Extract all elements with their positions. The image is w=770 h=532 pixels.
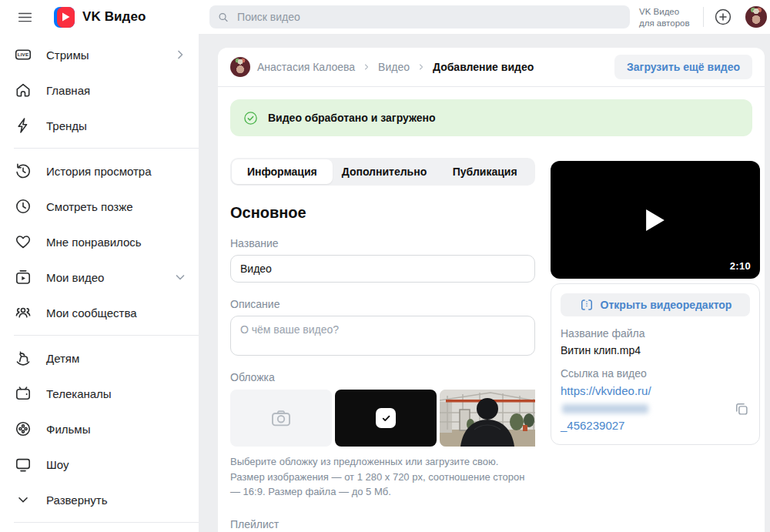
- file-name-label: Название файла: [561, 327, 750, 340]
- shell: LIVE Стримы Главная Тренды История просм…: [0, 34, 770, 532]
- sidebar-item-expand[interactable]: Развернуть: [0, 482, 199, 517]
- main-area: Анастасия Калоева Видео Добавление видео…: [199, 34, 770, 532]
- form-column: Информация Дополнительно Публикация Осно…: [230, 158, 535, 532]
- live-icon: LIVE: [14, 45, 32, 64]
- sidebar-item-label: Смотреть позже: [46, 200, 133, 213]
- svg-text:LIVE: LIVE: [18, 52, 29, 57]
- sidebar-item-my-communities[interactable]: Мои сообщества: [0, 295, 199, 330]
- video-player[interactable]: 2:10: [551, 161, 760, 279]
- tab-information[interactable]: Информация: [232, 159, 333, 184]
- cover-frame-tile[interactable]: [440, 390, 535, 447]
- success-banner: Видео обработано и загружено: [230, 99, 752, 136]
- checkbox-checked-icon: [376, 408, 396, 428]
- video-link-label: Ссылка на видео: [561, 367, 750, 380]
- monitor-icon: [14, 455, 32, 473]
- topbar-divider: [703, 7, 704, 27]
- card-header: Анастасия Калоева Видео Добавление видео…: [218, 48, 765, 87]
- breadcrumb: Анастасия Калоева Видео Добавление видео: [230, 57, 534, 77]
- sidebar-item-label: Главная: [46, 84, 90, 97]
- add-circle-icon: [713, 7, 733, 27]
- search-input[interactable]: [236, 10, 622, 24]
- sidebar-item-label: Мне понравилось: [46, 236, 142, 249]
- search-bar[interactable]: [209, 5, 630, 28]
- rocking-horse-icon: [14, 349, 32, 367]
- sidebar-divider: [14, 522, 199, 523]
- breadcrumb-user-avatar[interactable]: [230, 57, 250, 77]
- chevron-right-icon: [417, 62, 426, 72]
- success-banner-text: Видео обработано и загружено: [268, 112, 436, 124]
- sidebar-divider: [14, 148, 199, 149]
- breadcrumb-user[interactable]: Анастасия Калоева: [257, 61, 355, 73]
- sidebar-item-kids[interactable]: Детям: [0, 340, 199, 376]
- file-name-value: Витин клип.mp4: [561, 344, 750, 356]
- description-input[interactable]: [230, 316, 535, 356]
- hamburger-icon: [17, 9, 33, 25]
- sidebar-item-liked[interactable]: Мне понравилось: [0, 224, 199, 259]
- copy-link-button[interactable]: [733, 400, 750, 417]
- sidebar-item-streams[interactable]: LIVE Стримы: [0, 37, 199, 72]
- cover-selected-tile[interactable]: [335, 390, 437, 447]
- sidebar-item-label: Мои сообщества: [46, 306, 137, 320]
- vk-video-app: VK Видео VK Видео для авторов LIVE Стрим…: [0, 0, 770, 532]
- tv-icon: [14, 384, 32, 403]
- lightning-icon: [14, 116, 32, 135]
- add-circle-button[interactable]: [713, 7, 733, 27]
- sidebar: LIVE Стримы Главная Тренды История просм…: [0, 34, 199, 532]
- video-link[interactable]: https://vkvideo.ru/ _456239027: [561, 383, 727, 435]
- cover-upload-tile[interactable]: [230, 390, 332, 447]
- sidebar-item-label: Развернуть: [46, 494, 108, 507]
- sidebar-item-watch-later[interactable]: Смотреть позже: [0, 189, 199, 224]
- vk-video-for-authors-link[interactable]: VK Видео для авторов: [639, 6, 690, 28]
- profile-avatar[interactable]: [745, 6, 767, 28]
- title-field-label: Название: [230, 237, 535, 249]
- cover-field-label: Обложка: [230, 371, 535, 383]
- vk-video-logo[interactable]: VK Видео: [54, 7, 146, 28]
- copy-icon: [733, 400, 750, 417]
- playlist-field-label: Плейлист: [230, 518, 535, 530]
- sidebar-item-movies[interactable]: Фильмы: [0, 411, 199, 447]
- video-duration: 2:10: [730, 260, 751, 272]
- clock-icon: [14, 197, 32, 216]
- video-frame-thumbnail: [440, 390, 535, 447]
- home-icon: [14, 81, 32, 99]
- search-icon: [217, 11, 229, 24]
- content: Информация Дополнительно Публикация Осно…: [218, 136, 765, 532]
- logo-text: VK Видео: [82, 9, 146, 25]
- sidebar-item-label: Тренды: [46, 119, 87, 132]
- sidebar-item-label: Детям: [46, 352, 79, 365]
- section-title: Основное: [230, 204, 535, 222]
- upload-card: Анастасия Калоева Видео Добавление видео…: [218, 48, 765, 532]
- video-link-row: https://vkvideo.ru/ _456239027: [561, 383, 750, 435]
- breadcrumb-current: Добавление видео: [433, 61, 534, 73]
- description-field-label: Описание: [230, 298, 535, 310]
- video-panel: 2:10 Открыть видеоредактор Название файл…: [551, 158, 760, 532]
- topbar: VK Видео VK Видео для авторов: [0, 0, 770, 34]
- open-video-editor-label: Открыть видеоредактор: [601, 299, 732, 311]
- sidebar-item-trends[interactable]: Тренды: [0, 108, 199, 143]
- upload-more-button[interactable]: Загрузить ещё видео: [614, 55, 752, 79]
- tab-additional[interactable]: Дополнительно: [334, 158, 435, 186]
- breadcrumb-video[interactable]: Видео: [378, 61, 410, 73]
- open-video-editor-button[interactable]: Открыть видеоредактор: [561, 293, 750, 316]
- title-input[interactable]: [230, 255, 535, 283]
- sidebar-item-shows[interactable]: Шоу: [0, 447, 199, 482]
- sidebar-item-watch-history[interactable]: История просмотра: [0, 153, 199, 189]
- video-info-card: Открыть видеоредактор Название файла Вит…: [551, 283, 760, 445]
- chevron-down-icon: [14, 490, 32, 509]
- tab-publication[interactable]: Публикация: [434, 158, 535, 186]
- video-box-icon: [14, 268, 32, 286]
- sidebar-item-label: История просмотра: [46, 165, 152, 178]
- sidebar-item-home[interactable]: Главная: [0, 72, 199, 108]
- sidebar-item-my-videos[interactable]: Мои видео: [0, 259, 199, 295]
- communities-icon: [14, 303, 32, 322]
- hamburger-menu-button[interactable]: [17, 8, 34, 25]
- camera-icon: [270, 407, 293, 430]
- sidebar-item-tv-channels[interactable]: Телеканалы: [0, 376, 199, 411]
- sidebar-item-label: Мои видео: [46, 271, 104, 284]
- sidebar-divider: [14, 335, 199, 336]
- tabs: Информация Дополнительно Публикация: [230, 158, 535, 186]
- video-editor-icon: [579, 297, 594, 313]
- chevron-right-icon: [362, 62, 371, 72]
- film-reel-icon: [14, 420, 32, 438]
- cover-options: [230, 390, 535, 447]
